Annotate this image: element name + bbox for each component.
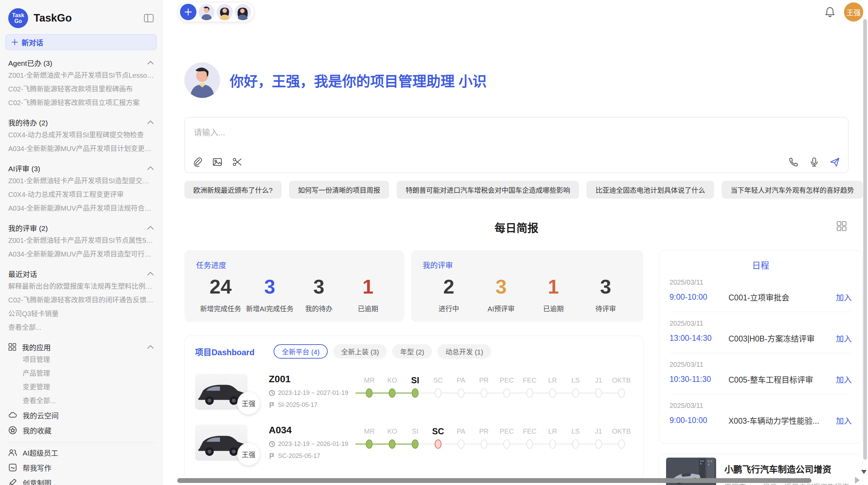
project-row[interactable]: 王强A0342023-12-19 ~ 2026-01-19SC-2025-05-… — [195, 425, 633, 461]
sidebar-item[interactable]: C0X4-动力总成开发项目SI里程碑提交物检查 — [5, 128, 157, 142]
horizontal-scrollbar[interactable] — [177, 478, 811, 483]
stats-row: 任务进度24新增完成任务3新增AI完成任务3我的待办1已逾期我的评审2进行中3A… — [184, 250, 643, 322]
project-date-range: 2023-12-19 ~ 2027-01-19 — [278, 389, 348, 397]
new-chat-label: 新对话 — [22, 37, 43, 47]
milestone-label: LR — [541, 425, 564, 437]
dashboard-tab[interactable]: 动总开发 (1) — [437, 344, 491, 359]
sidebar-item[interactable]: 解释最新出台的欧盟报废车法规再生塑料比例被调至15%... — [5, 279, 157, 293]
sidebar-item[interactable]: 公司Q3轻卡销量 — [5, 307, 157, 321]
sidebar-item[interactable]: A034-全新新能源MUV产品开发项目法规符合性评审 — [5, 201, 157, 215]
sidebar-item[interactable]: Z001-全新燃油轻卡产品开发项目SI造型提交物评审 — [5, 174, 157, 188]
input-action-tools — [788, 157, 840, 167]
dashboard-header: 项目Dashboard 全新平台 (4)全新上装 (3)年型 (2)动总开发 (… — [195, 344, 633, 359]
schedule-date: 2025/03/11 — [670, 320, 852, 327]
sidebar-section-header[interactable]: 我的待办 (2) — [5, 116, 157, 128]
paperclip-icon[interactable] — [192, 157, 203, 167]
milestone-label: SI — [404, 425, 427, 437]
sidebar-item[interactable]: C02-飞腾新能源轻客改款项目里程碑画布 — [5, 82, 157, 96]
schedule-row: 9:00-10:00C001-立项审批会加入 — [670, 291, 852, 312]
stat-value: 3 — [580, 273, 632, 300]
phone-icon[interactable] — [788, 157, 799, 167]
suggestion-chip[interactable]: 欧洲新规最近颁布了什么? — [184, 181, 281, 199]
sidebar-footer-pen[interactable]: 创意制图 — [5, 475, 157, 485]
stat-value: 1 — [527, 273, 580, 300]
scroll-right-arrow-icon[interactable] — [855, 477, 860, 484]
sidebar-item[interactable]: C0X4-动力总成开发项目工程变更评审 — [5, 188, 157, 201]
session-avatar-3[interactable] — [235, 4, 251, 20]
sidebar-section-header[interactable]: 最近对话 — [5, 268, 157, 279]
sidebar-section-header[interactable]: 我的评审 (2) — [5, 222, 157, 234]
dashboard-tab[interactable]: 年型 (2) — [392, 344, 432, 359]
session-avatar-1[interactable] — [198, 4, 215, 20]
schedule-event-title: C001-立项审批会 — [728, 291, 831, 303]
project-info: A0342023-12-19 ~ 2026-01-19SC-2025-05-17 — [269, 425, 354, 460]
person-avatar-icon — [198, 4, 215, 20]
stat-label: 已逾期 — [343, 303, 393, 313]
add-session-button[interactable] — [180, 4, 196, 20]
sidebar-section-header[interactable]: AI评审 (3) — [5, 162, 157, 174]
sidebar-apps-header[interactable]: 我的应用 — [5, 341, 157, 353]
milestone-dot — [572, 439, 579, 449]
collapse-sidebar-icon[interactable] — [144, 14, 154, 23]
sidebar-app-item[interactable]: 项目管理 — [5, 353, 157, 366]
suggestion-chip[interactable]: 比亚迪全固态电池计划具体说了什么 — [587, 181, 714, 199]
join-link[interactable]: 加入 — [836, 373, 852, 385]
sidebar-item[interactable]: Z001-全新燃油轻卡产品开发项目SI节点属性5D文件评审 — [5, 234, 157, 247]
image-icon[interactable] — [212, 157, 222, 167]
sidebar-app-item[interactable]: 查看全部... — [5, 394, 157, 408]
sidebar-app-item[interactable]: 变更管理 — [5, 380, 157, 394]
input-attachment-tools — [192, 157, 242, 167]
milestone-dot-cell — [449, 386, 472, 401]
project-row[interactable]: 王强Z0012023-12-19 ~ 2027-01-19SI-2025-05-… — [195, 374, 633, 410]
milestone-label: PR — [472, 425, 495, 437]
join-link[interactable]: 加入 — [836, 291, 852, 303]
topbar-right: 王强 — [825, 0, 863, 24]
suggestion-chip[interactable]: 特朗普可能对进口汽车增税会对中国车企造成哪些影响 — [397, 181, 579, 199]
stat-cell: 1已逾期 — [343, 273, 393, 313]
chevron-up-icon — [147, 120, 154, 124]
sidebar-footer-people[interactable]: AI超级员工 — [5, 445, 157, 460]
new-chat-button[interactable]: 新对话 — [5, 34, 157, 50]
join-link[interactable]: 加入 — [836, 414, 852, 426]
sidebar-item[interactable]: C02-飞腾新能源轻客改款项目的闭环通告反馈情况 — [5, 293, 157, 307]
sidebar-footer-write[interactable]: 帮我写作 — [5, 460, 157, 475]
project-info: Z0012023-12-19 ~ 2027-01-19SI-2025-05-17 — [269, 374, 354, 409]
milestone-label: SI — [404, 374, 427, 386]
sidebar-section-header[interactable]: Agent已办 (3) — [5, 57, 157, 69]
scroll-down-arrow-icon[interactable] — [861, 470, 867, 474]
dashboard-tab[interactable]: 全新平台 (4) — [274, 344, 328, 359]
stat-label: AI预评审 — [475, 303, 528, 313]
sidebar-section-title: 我的评审 (2) — [8, 223, 48, 233]
sidebar-item[interactable]: C02-飞腾新能源轻客改款项目立项汇报方案 — [5, 96, 157, 110]
sidebar-item[interactable]: Z001-全新燃油皮卡产品开发项目SI节点Lesson Learn报告 — [5, 69, 157, 82]
dashboard-tab[interactable]: 全新上装 (3) — [333, 344, 387, 359]
sidebar-link-star[interactable]: 我的收藏 — [5, 423, 157, 438]
suggestion-chips: 欧洲新规最近颁布了什么?如何写一份清晰的项目周报特朗普可能对进口汽车增税会对中国… — [184, 181, 848, 199]
layout-grid-icon[interactable] — [836, 221, 847, 232]
microphone-icon[interactable] — [809, 157, 819, 167]
join-link[interactable]: 加入 — [836, 332, 852, 344]
stat-cell: 1已逾期 — [527, 273, 580, 313]
milestone-timeline: MRKOSISCPAPRPECFECLRLSJ1OKTB — [358, 425, 633, 452]
sidebar-app-item[interactable]: 产品管理 — [5, 366, 157, 380]
vertical-scrollbar[interactable] — [863, 19, 867, 460]
user-avatar[interactable]: 王强 — [844, 2, 863, 22]
scissors-icon[interactable] — [232, 157, 242, 167]
project-dates: 2023-12-19 ~ 2027-01-19 — [269, 389, 354, 397]
milestone-label: MR — [358, 374, 381, 386]
suggestion-chip[interactable]: 如何写一份清晰的项目周报 — [289, 181, 389, 199]
sidebar-item[interactable]: A034-全新新能源MUV产品开发项目计划变更表编写 — [5, 142, 157, 156]
notification-bell-icon[interactable] — [825, 7, 835, 17]
chat-input[interactable] — [194, 128, 592, 137]
star-badge-icon — [8, 426, 17, 435]
suggestion-chip[interactable]: 当下年轻人对汽车外观有怎样的喜好趋势 — [722, 181, 863, 199]
session-avatar-2[interactable] — [217, 4, 233, 20]
sidebar-link-cloud[interactable]: 我的云空间 — [5, 408, 157, 423]
view-all-schedule-link[interactable]: 查看所有日程 — [670, 441, 852, 444]
sidebar-item[interactable]: 查看全部... — [5, 321, 157, 334]
send-icon[interactable] — [830, 157, 840, 167]
sidebar-section-title: 我的待办 (2) — [8, 117, 48, 127]
plus-icon — [184, 8, 192, 16]
sidebar-sections: Agent已办 (3)Z001-全新燃油皮卡产品开发项目SI节点Lesson L… — [5, 57, 157, 334]
sidebar-item[interactable]: A034-全新新能源MUV产品开发项目造型可行性评审 — [5, 247, 157, 261]
